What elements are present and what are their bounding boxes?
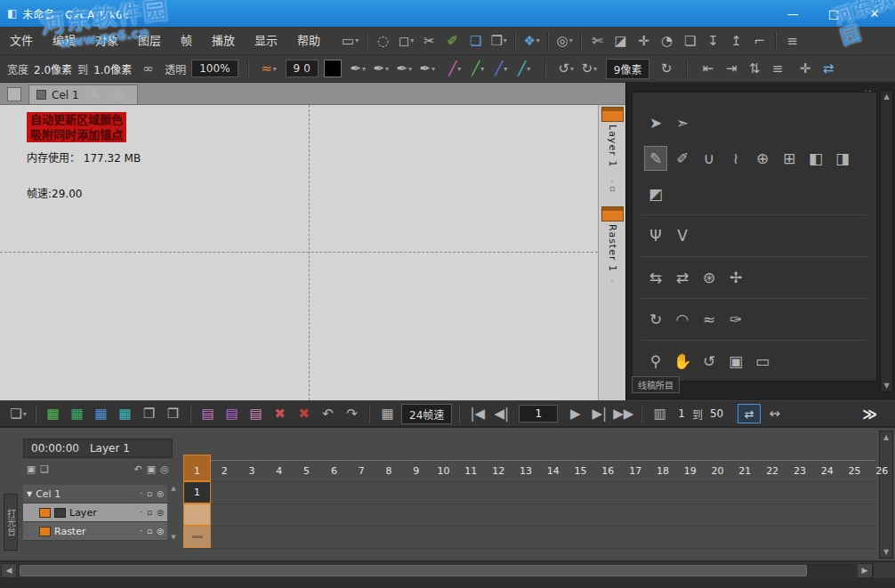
dropdown-arrow-icon[interactable]: ▾ [570, 65, 574, 73]
bring-forward-icon[interactable]: ⇥ [720, 58, 742, 79]
frame-number[interactable]: 9 [402, 465, 430, 477]
last-frame-button[interactable]: ▶▶ [612, 403, 634, 424]
auto-update-icon[interactable]: ↻ [655, 58, 677, 79]
current-frame-field[interactable]: 1 [519, 405, 558, 423]
menu-frame[interactable]: 帧 [171, 27, 202, 54]
layer-visibility-icon[interactable]: · [611, 278, 614, 285]
lasso-select-icon[interactable]: ◌ [372, 30, 394, 52]
frame-cell-layer[interactable] [183, 503, 211, 526]
lock-all-icon[interactable]: ▣ [145, 462, 157, 476]
close-button[interactable]: ✕ [854, 0, 895, 27]
frame-number[interactable]: 14 [539, 465, 567, 477]
row-visibility-icon[interactable]: ▫ [147, 489, 152, 498]
merge-frame-icon[interactable]: ▦ [114, 403, 136, 424]
frame-number[interactable]: 21 [731, 465, 759, 477]
menu-play[interactable]: 播放 [202, 27, 245, 54]
taper-end-value[interactable]: 0 [303, 62, 310, 75]
timeline-row-cel[interactable]: ▼ Cel 1 · ▫ ◎ [23, 485, 167, 503]
play-button[interactable]: ▶ [564, 403, 586, 424]
paste-cel-icon[interactable]: ❒ [162, 403, 184, 424]
pen-erase-icon[interactable]: ✒▾ [370, 58, 392, 79]
menu-object[interactable]: 对象 [85, 27, 128, 54]
order-down-icon[interactable]: ≡ [766, 58, 788, 79]
delete-frame-icon[interactable]: ✖ [269, 403, 291, 424]
pen-smooth-icon[interactable]: ✒▾ [416, 58, 439, 79]
timeline-row-layer[interactable]: Layer · ▫ ◎ [23, 503, 167, 522]
scroll-left-icon[interactable]: ◀ [1, 563, 17, 578]
snap-anchor-icon[interactable]: ✛ [794, 58, 816, 79]
onion-after-icon[interactable]: ▤ [221, 403, 243, 424]
scroll-up-icon[interactable]: ▲ [171, 485, 175, 492]
frame-number[interactable]: 11 [457, 465, 485, 477]
layer-color-swatch[interactable] [601, 107, 624, 122]
row-label[interactable]: Raster [54, 526, 85, 537]
eraser-soft-icon[interactable]: ◧ [805, 147, 826, 170]
frame-number[interactable]: 19 [676, 465, 704, 477]
flip-row-icon[interactable]: ↶ [132, 462, 144, 476]
curve-pen-icon[interactable]: ✐ [672, 147, 693, 170]
frame-number[interactable]: 6 [320, 465, 348, 477]
delete-cel-icon[interactable]: ✖ [293, 403, 315, 424]
dropdown-arrow-icon[interactable]: ▾ [273, 65, 277, 73]
light-table-icon[interactable]: ◎ [158, 462, 171, 476]
range-start-value[interactable]: 1 [678, 407, 685, 420]
insert-frame-icon[interactable]: ▦ [90, 403, 112, 424]
layer-strip-item[interactable]: Layer 1 · ▫ [599, 105, 625, 192]
order-up-icon[interactable]: ⇅ [743, 58, 765, 79]
add-rect-icon[interactable]: ⊞ [778, 147, 800, 170]
row-visibility-icon[interactable]: ▫ [147, 527, 152, 536]
taper-values[interactable]: 9 0 [286, 60, 318, 77]
layer-light-icon[interactable]: ▫ [609, 185, 615, 192]
dropdown-arrow-icon[interactable]: ▾ [410, 36, 414, 44]
frame-number[interactable]: 23 [786, 465, 814, 477]
row-visibility-icon[interactable]: ▫ [147, 508, 152, 517]
paint-brush-icon[interactable]: ✐ [441, 30, 464, 52]
scroll-down-icon[interactable]: ▼ [171, 534, 175, 541]
dropdown-arrow-icon[interactable]: ▾ [408, 65, 412, 73]
window-icon[interactable]: ❏ [679, 30, 701, 52]
pressure-curve-icon[interactable]: ≈▾ [258, 58, 280, 79]
lasso-cursor-icon[interactable]: ➣ [672, 111, 693, 134]
pencil-pink-icon[interactable]: ╱▾ [444, 58, 466, 79]
dropdown-arrow-icon[interactable]: ▾ [536, 36, 540, 44]
scroll-up-icon[interactable]: ▲ [883, 431, 889, 443]
layer-list-scroll[interactable]: ▲ ▼ [169, 485, 178, 541]
dropdown-arrow-icon[interactable]: ▾ [431, 65, 435, 73]
arc-tool-icon[interactable]: ◠ [672, 308, 693, 331]
minimize-button[interactable]: — [772, 0, 813, 27]
layer-name[interactable]: Raster 1 [607, 224, 618, 278]
zoom-tool-icon[interactable]: ⚲ [645, 350, 666, 373]
dropdown-arrow-icon[interactable]: ▾ [355, 36, 359, 44]
pen-tool-icon[interactable]: ✒▾ [347, 58, 369, 79]
frame-cell-cel[interactable]: 1 [183, 481, 211, 503]
layer-color-swatch[interactable] [601, 206, 624, 222]
layer-color-swatch[interactable] [39, 527, 51, 536]
scroll-right-icon[interactable]: ▶ [857, 563, 873, 578]
timing-dial-icon[interactable]: ◔ [656, 30, 678, 52]
copy-cel-icon[interactable]: ❐ [138, 403, 160, 424]
dropdown-arrow-icon[interactable]: ▾ [362, 65, 366, 73]
dropdown-arrow-icon[interactable]: ▾ [504, 36, 507, 44]
menu-file[interactable]: 文件 [0, 27, 43, 54]
cascade-windows-icon[interactable]: ❐▾ [488, 30, 510, 52]
frame-number[interactable]: 20 [704, 465, 731, 477]
export-cel-icon[interactable]: ❏▾ [7, 403, 29, 424]
width-start-value[interactable]: 2.0像素 [34, 61, 72, 77]
undo-icon[interactable]: ↶ [317, 403, 339, 424]
horizontal-scrollbar[interactable]: ◀ ▶ [0, 561, 895, 578]
scrollbar-track[interactable] [18, 563, 856, 578]
close-loop-icon[interactable]: ↺▾ [555, 58, 577, 79]
film-range-icon[interactable]: ▥ [649, 403, 671, 424]
rotate-view-icon[interactable]: ↺ [698, 350, 720, 373]
move-anchor-icon[interactable]: ✢ [725, 266, 746, 289]
menu-help[interactable]: 帮助 [287, 27, 330, 54]
fps-grid-icon[interactable]: ▦ [376, 403, 399, 424]
marquee-select-icon[interactable]: ◻▾ [395, 30, 417, 52]
cutter-icon[interactable]: ✄ [586, 30, 609, 52]
frame-number[interactable]: 10 [430, 465, 457, 477]
import-cel-icon[interactable]: ↥ [725, 30, 747, 52]
dropdown-arrow-icon[interactable]: ▾ [504, 65, 507, 73]
opacity-value[interactable]: 100% [191, 60, 238, 77]
link-width-icon[interactable]: ∞ [137, 58, 159, 79]
row-label[interactable]: Layer [69, 507, 97, 519]
